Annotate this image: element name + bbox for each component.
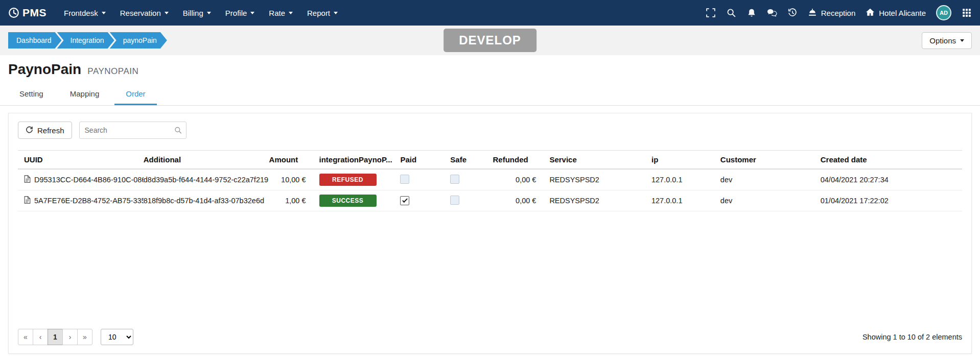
- tab-mapping[interactable]: Mapping: [59, 84, 111, 105]
- menu-reservation[interactable]: Reservation: [114, 5, 175, 21]
- paid-checkbox[interactable]: [400, 175, 409, 184]
- safe-checkbox[interactable]: [450, 175, 459, 184]
- orders-table: UUID Additional Amount integrationPaynoP…: [18, 150, 962, 211]
- chevron-down-icon: [102, 12, 106, 14]
- col-service[interactable]: Service: [549, 151, 651, 170]
- uuid-value: 5A7FE76E-D2B8-4752-AB75-335E: [34, 197, 144, 205]
- breadcrumb-paynopain[interactable]: paynoPain: [110, 32, 167, 49]
- brand-label: PMS: [22, 7, 46, 19]
- chevron-down-icon: [289, 12, 293, 14]
- menu-profile[interactable]: Profile: [219, 5, 261, 21]
- service-value: REDSYSPSD2: [549, 190, 651, 211]
- additional-value: d8d39a5b-f644-4144-9752-c22a7f219: [144, 169, 269, 190]
- search-icon[interactable]: [726, 8, 736, 18]
- pagination-page-1-button[interactable]: 1: [48, 329, 63, 345]
- bell-icon[interactable]: [746, 8, 757, 18]
- col-refunded[interactable]: Refunded: [493, 151, 550, 170]
- refresh-button[interactable]: Refresh: [18, 122, 72, 139]
- fullscreen-icon[interactable]: [706, 8, 716, 18]
- page-header: PaynoPain PAYNOPAIN: [0, 55, 980, 80]
- col-ip[interactable]: ip: [651, 151, 720, 170]
- navbar-right: Reception Hotel Alicante AD: [706, 5, 972, 20]
- options-button[interactable]: Options: [922, 32, 972, 49]
- col-safe[interactable]: Safe: [450, 151, 493, 170]
- table-row: 5A7FE76E-D2B8-4752-AB75-335E 818f9b8c-d5…: [18, 190, 962, 211]
- status-badge: REFUSED: [319, 174, 377, 186]
- document-icon[interactable]: [24, 175, 31, 184]
- created-date-value: 04/04/2021 20:27:34: [821, 169, 962, 190]
- hotel-label: Hotel Alicante: [879, 9, 926, 17]
- pagination-last-button[interactable]: »: [77, 329, 92, 345]
- page-title: PaynoPain: [8, 61, 81, 77]
- page-size-select[interactable]: 10: [101, 329, 133, 345]
- service-value: REDSYSPSD2: [549, 169, 651, 190]
- search-input[interactable]: [79, 122, 186, 139]
- user-avatar[interactable]: AD: [936, 5, 951, 20]
- created-date-value: 01/04/2021 17:22:02: [821, 190, 962, 211]
- breadcrumb-band: Dashboard Integration paynoPain DEVELOP …: [0, 26, 980, 55]
- pagination-next-button[interactable]: ›: [62, 329, 78, 345]
- hotel-button[interactable]: Hotel Alicante: [866, 8, 926, 18]
- home-icon: [866, 8, 875, 18]
- table-row: D95313CC-D664-4B86-910C-086 d8d39a5b-f64…: [18, 169, 962, 190]
- reception-button[interactable]: Reception: [808, 8, 856, 18]
- safe-checkbox[interactable]: [450, 196, 459, 205]
- menu-rate[interactable]: Rate: [263, 5, 299, 21]
- customer-value: dev: [720, 169, 821, 190]
- search-icon: [174, 127, 182, 134]
- document-icon[interactable]: [24, 196, 31, 205]
- col-created-date[interactable]: Created date: [821, 151, 962, 170]
- col-customer[interactable]: Customer: [720, 151, 821, 170]
- col-amount[interactable]: Amount: [269, 151, 319, 170]
- pagination-prev-button[interactable]: ‹: [33, 329, 48, 345]
- chevron-down-icon: [207, 12, 211, 14]
- reception-label: Reception: [821, 9, 856, 17]
- ip-value: 127.0.0.1: [651, 190, 720, 211]
- additional-value: 818f9b8c-d57b-41d4-af33-07b32e6d: [144, 190, 269, 211]
- pagination-first-button[interactable]: «: [18, 329, 33, 345]
- refunded-value: 0,00 €: [493, 169, 550, 190]
- status-badge: SUCCESS: [319, 195, 377, 207]
- chevron-down-icon: [334, 12, 338, 14]
- refunded-value: 0,00 €: [493, 190, 550, 211]
- tab-setting[interactable]: Setting: [8, 84, 55, 105]
- results-summary: Showing 1 to 10 of 2 elements: [862, 333, 962, 341]
- menu-billing[interactable]: Billing: [177, 5, 217, 21]
- breadcrumb-integration[interactable]: Integration: [57, 32, 114, 49]
- search-box: [79, 122, 186, 139]
- chevron-down-icon: [960, 39, 964, 42]
- page-size-wrap: 10: [101, 329, 133, 345]
- col-paid[interactable]: Paid: [400, 151, 450, 170]
- menu-report[interactable]: Report: [301, 5, 344, 21]
- environment-badge: DEVELOP: [444, 29, 536, 52]
- messages-icon[interactable]: [767, 8, 777, 18]
- amount-value: 10,00 €: [269, 169, 319, 190]
- col-additional[interactable]: Additional: [144, 151, 269, 170]
- chevron-down-icon: [250, 12, 254, 14]
- paid-checkbox[interactable]: [400, 196, 409, 205]
- customer-value: dev: [720, 190, 821, 211]
- pms-brand[interactable]: PMS: [8, 7, 46, 19]
- breadcrumb: Dashboard Integration paynoPain: [8, 32, 169, 49]
- col-integration[interactable]: integrationPaynoP...: [319, 151, 401, 170]
- reception-bell-icon: [808, 8, 817, 18]
- refresh-icon: [26, 126, 33, 135]
- col-uuid[interactable]: UUID: [18, 151, 144, 170]
- tab-order[interactable]: Order: [114, 84, 156, 105]
- pagination: « ‹ 1 › »: [18, 329, 92, 345]
- uuid-value: D95313CC-D664-4B86-910C-086: [34, 176, 144, 184]
- card-footer: « ‹ 1 › » 10 Showing 1 to 10 of 2 elemen…: [18, 329, 962, 345]
- history-icon[interactable]: [787, 8, 798, 18]
- orders-table-wrap: UUID Additional Amount integrationPaynoP…: [18, 150, 962, 324]
- chevron-down-icon: [165, 12, 169, 14]
- ip-value: 127.0.0.1: [651, 169, 720, 190]
- orders-card: Refresh UUID Additional Amount integrati…: [8, 113, 972, 354]
- main-menu: Frontdesk Reservation Billing Profile Ra…: [58, 5, 344, 21]
- apps-grid-icon[interactable]: [962, 8, 972, 18]
- top-navbar: PMS Frontdesk Reservation Billing Profil…: [0, 0, 980, 26]
- tab-bar: Setting Mapping Order: [0, 84, 980, 106]
- breadcrumb-dashboard[interactable]: Dashboard: [8, 32, 62, 49]
- amount-value: 1,00 €: [269, 190, 319, 211]
- menu-frontdesk[interactable]: Frontdesk: [58, 5, 112, 21]
- page-subtitle: PAYNOPAIN: [87, 66, 138, 76]
